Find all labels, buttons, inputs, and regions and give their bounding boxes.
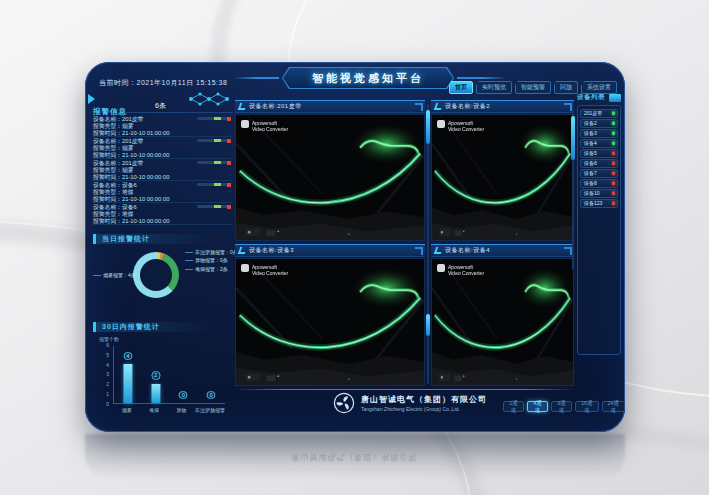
device-item[interactable]: 设备6	[580, 159, 618, 168]
alarm-level-indicator	[197, 183, 231, 186]
panel-reflection-text: 唐山智诚电气（集团）有限公司	[0, 452, 709, 463]
grid-divider-thumb[interactable]	[426, 314, 430, 336]
donut-label: 堆煤报警：2条	[185, 266, 228, 272]
alarm-card[interactable]: 设备名称：201皮带 报警类型：烟雾 报警时间：21-10-10 01:00:0…	[93, 115, 233, 137]
device-status-dot	[612, 142, 616, 146]
video-feed[interactable]: ApowersoftVideo Converter	[431, 114, 574, 241]
channel-24[interactable]: 24通道	[602, 401, 625, 412]
daily-stats-title: 当日报警统计	[93, 234, 213, 244]
channel-4[interactable]: 4通道	[527, 401, 548, 412]
header-line	[457, 77, 507, 79]
nav-live-preview[interactable]: 实时预览	[476, 81, 512, 94]
device-status-dot	[612, 182, 616, 186]
watermark: ApowersoftVideo Converter	[437, 264, 484, 276]
corner-accent-icon	[434, 103, 444, 110]
alarm-header: 报警信息 6条	[93, 100, 233, 113]
device-item[interactable]: 设备7	[580, 169, 618, 178]
bar	[123, 364, 132, 403]
header-line	[233, 77, 279, 79]
video-cell: 设备名称:201皮带 ApowersoftVideo Converter	[235, 100, 425, 241]
video-title: 设备名称:设备2	[445, 102, 490, 111]
device-name: 设备3	[584, 130, 597, 136]
nav-smart-alert[interactable]: 智能预警	[515, 81, 551, 94]
channel-9[interactable]: 9通道	[551, 401, 572, 412]
device-item[interactable]: 设备4	[580, 139, 618, 148]
device-item[interactable]: 201皮带	[580, 109, 618, 118]
video-cell: 设备名称:设备3 ApowersoftVideo Converter	[235, 244, 425, 386]
panel-reflection	[85, 434, 625, 480]
company-logo-icon	[333, 392, 355, 414]
device-list-panel: 设备列表 201皮带 设备2 设备3 设备4 设备5 设备6 设备7 设备8 设…	[577, 92, 621, 402]
corner-accent-icon	[434, 247, 444, 254]
channel-16[interactable]: 16通道	[575, 401, 598, 412]
bar-category: 异物	[168, 407, 195, 413]
alarm-card[interactable]: 设备名称：201皮带 报警类型：烟雾 报警时间：21-10-10 00:00:0…	[93, 159, 233, 181]
device-name: 设备123	[584, 200, 602, 206]
device-name: 设备8	[584, 180, 597, 186]
bar-column: 0	[170, 346, 198, 403]
device-name: 设备6	[584, 160, 597, 166]
device-status-dot	[612, 132, 616, 136]
video-title: 设备名称:设备4	[445, 246, 490, 255]
company-name-en: Tangshan Zhicheng Electric (Group) Co.,L…	[361, 406, 487, 412]
bar-value: 0	[179, 391, 188, 400]
video-title-bar: 设备名称:设备4	[431, 244, 574, 257]
device-item[interactable]: 设备8	[580, 179, 618, 188]
alarm-type: 报警类型：堆煤	[93, 189, 233, 196]
device-item[interactable]: 设备123	[580, 199, 618, 208]
monthly-stats-title: 30日内报警统计	[93, 322, 213, 332]
device-list-tab[interactable]	[609, 94, 621, 102]
alarm-level-indicator	[197, 205, 231, 208]
channel-1[interactable]: 1通道	[503, 401, 524, 412]
bar-value: 0	[207, 391, 216, 400]
bar	[151, 384, 160, 403]
alarm-card[interactable]: 设备名称：201皮带 报警类型：烟雾 报警时间：21-10-10 00:00:0…	[93, 137, 233, 159]
device-status-dot	[612, 112, 616, 116]
device-item[interactable]: 设备3	[580, 129, 618, 138]
video-feed[interactable]: ApowersoftVideo Converter	[235, 114, 425, 241]
alarm-card[interactable]: 设备名称：设备6 报警类型：堆煤 报警时间：21-10-10 00:00:00	[93, 203, 233, 225]
bar-column: 0	[197, 346, 225, 403]
nav-home[interactable]: 首页	[449, 81, 473, 94]
video-title-bar: 设备名称:设备3	[235, 244, 425, 257]
video-title: 设备名称:201皮带	[249, 102, 302, 111]
bar-column: 2	[142, 346, 170, 403]
device-scrollbar-thumb[interactable]	[571, 116, 575, 160]
company-name-cn: 唐山智诚电气（集团）有限公司	[361, 394, 487, 405]
grid-divider-thumb[interactable]	[426, 110, 430, 144]
device-list: 201皮带 设备2 设备3 设备4 设备5 设备6 设备7 设备8 设备10 设…	[577, 105, 621, 355]
alarm-time: 报警时间：21-10-10 00:00:00	[93, 174, 233, 181]
bar-chart-ylabel: 报警个数	[99, 336, 119, 342]
alarm-time: 报警时间：21-10-10 00:00:00	[93, 196, 233, 203]
grid-divider-track	[427, 104, 429, 384]
company-block: 唐山智诚电气（集团）有限公司 Tangshan Zhicheng Electri…	[333, 392, 487, 414]
device-item[interactable]: 设备2	[580, 119, 618, 128]
alarm-card[interactable]: 设备名称：设备6 报警类型：堆煤 报警时间：21-10-10 00:00:00	[93, 181, 233, 203]
bar-value: 2	[151, 371, 160, 380]
corner-bracket-icon	[564, 247, 572, 255]
bar-value: 4	[123, 352, 132, 361]
y-tick: 2	[106, 382, 109, 387]
device-name: 设备7	[584, 170, 597, 176]
device-status-dot	[612, 122, 616, 126]
y-tick: 0	[106, 402, 109, 407]
nav-playback[interactable]: 回放	[554, 81, 578, 94]
device-item[interactable]: 设备10	[580, 189, 618, 198]
y-tick: 4	[106, 363, 109, 368]
alarm-level-indicator	[197, 139, 231, 142]
watermark-logo-icon	[241, 264, 249, 272]
video-feed[interactable]: ApowersoftVideo Converter	[431, 258, 574, 386]
device-name: 设备2	[584, 120, 597, 126]
device-item[interactable]: 设备5	[580, 149, 618, 158]
corner-accent-icon	[238, 103, 248, 110]
alarm-type: 报警类型：烟雾	[93, 167, 233, 174]
alarm-count-badge: 6条	[155, 101, 166, 111]
alarm-level-indicator	[197, 161, 231, 164]
y-tick: 1	[106, 392, 109, 397]
corner-bracket-icon	[564, 103, 572, 111]
bar-xlabels: 烟雾堆煤异物非法穿越报警	[113, 407, 225, 413]
device-status-dot	[612, 172, 616, 176]
donut-chart	[133, 252, 179, 298]
video-feed[interactable]: ApowersoftVideo Converter	[235, 258, 425, 386]
y-tick: 3	[106, 372, 109, 377]
